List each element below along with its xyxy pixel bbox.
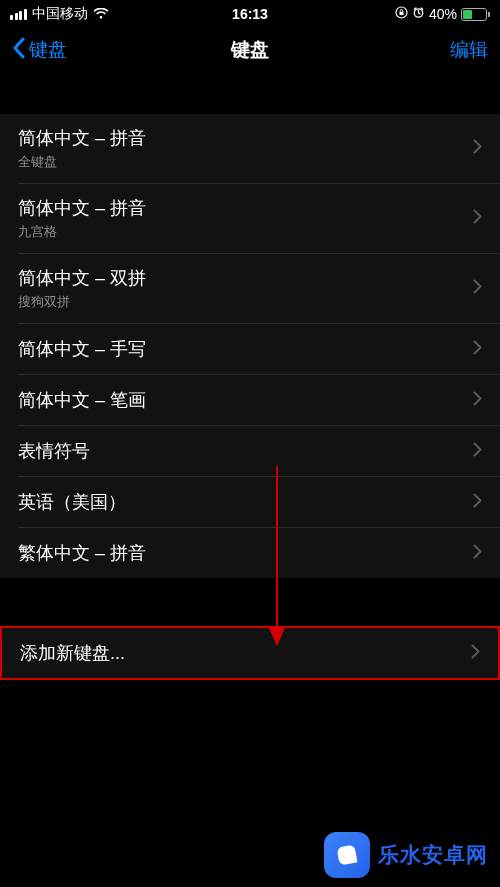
add-keyboard-label: 添加新键盘... (20, 641, 125, 665)
carrier-label: 中国移动 (32, 5, 88, 23)
back-label: 键盘 (29, 37, 67, 63)
keyboard-title: 简体中文 – 笔画 (18, 388, 146, 412)
keyboard-title: 英语（美国） (18, 490, 126, 514)
signal-icon (10, 9, 27, 20)
battery-pct: 40% (429, 6, 457, 22)
chevron-right-icon (471, 644, 480, 663)
status-right: 40% (395, 6, 490, 22)
chevron-right-icon (473, 279, 482, 298)
wifi-icon (93, 8, 109, 20)
keyboard-title: 繁体中文 – 拼音 (18, 541, 146, 565)
chevron-right-icon (473, 391, 482, 410)
keyboard-row[interactable]: 简体中文 – 笔画 (0, 375, 500, 425)
keyboard-row[interactable]: 简体中文 – 拼音九宫格 (0, 184, 500, 253)
chevron-right-icon (473, 139, 482, 158)
keyboard-row[interactable]: 简体中文 – 手写 (0, 324, 500, 374)
nav-bar: 键盘 键盘 编辑 (0, 28, 500, 72)
keyboard-title: 简体中文 – 拼音 (18, 126, 146, 150)
svg-rect-1 (399, 12, 403, 15)
keyboard-title: 简体中文 – 双拼 (18, 266, 146, 290)
screen-lock-icon (395, 6, 408, 22)
back-button[interactable]: 键盘 (12, 37, 67, 64)
add-keyboard-group: 添加新键盘... (0, 626, 500, 680)
edit-button[interactable]: 编辑 (450, 37, 488, 63)
keyboard-title: 表情符号 (18, 439, 90, 463)
battery-icon (461, 8, 490, 21)
content-area: 简体中文 – 拼音全键盘简体中文 – 拼音九宫格简体中文 – 双拼搜狗双拼简体中… (0, 114, 500, 680)
keyboard-subtitle: 九宫格 (18, 223, 146, 241)
chevron-right-icon (473, 493, 482, 512)
status-time: 16:13 (232, 6, 268, 22)
chevron-right-icon (473, 442, 482, 461)
chevron-left-icon (12, 37, 25, 64)
watermark-logo-icon (324, 832, 370, 878)
status-left: 中国移动 (10, 5, 109, 23)
keyboard-subtitle: 搜狗双拼 (18, 293, 146, 311)
keyboard-row[interactable]: 简体中文 – 双拼搜狗双拼 (0, 254, 500, 323)
keyboard-subtitle: 全键盘 (18, 153, 146, 171)
keyboards-group: 简体中文 – 拼音全键盘简体中文 – 拼音九宫格简体中文 – 双拼搜狗双拼简体中… (0, 114, 500, 578)
page-title: 键盘 (231, 37, 269, 63)
status-bar: 中国移动 16:13 40% (0, 0, 500, 28)
keyboard-row[interactable]: 表情符号 (0, 426, 500, 476)
keyboard-title: 简体中文 – 拼音 (18, 196, 146, 220)
keyboard-row[interactable]: 简体中文 – 拼音全键盘 (0, 114, 500, 183)
chevron-right-icon (473, 340, 482, 359)
keyboard-row[interactable]: 繁体中文 – 拼音 (0, 528, 500, 578)
keyboard-row[interactable]: 英语（美国） (0, 477, 500, 527)
add-keyboard-row[interactable]: 添加新键盘... (2, 628, 498, 678)
chevron-right-icon (473, 209, 482, 228)
watermark-text: 乐水安卓网 (378, 841, 488, 869)
chevron-right-icon (473, 544, 482, 563)
keyboard-title: 简体中文 – 手写 (18, 337, 146, 361)
alarm-icon (412, 6, 425, 22)
watermark: 乐水安卓网 (0, 823, 500, 887)
